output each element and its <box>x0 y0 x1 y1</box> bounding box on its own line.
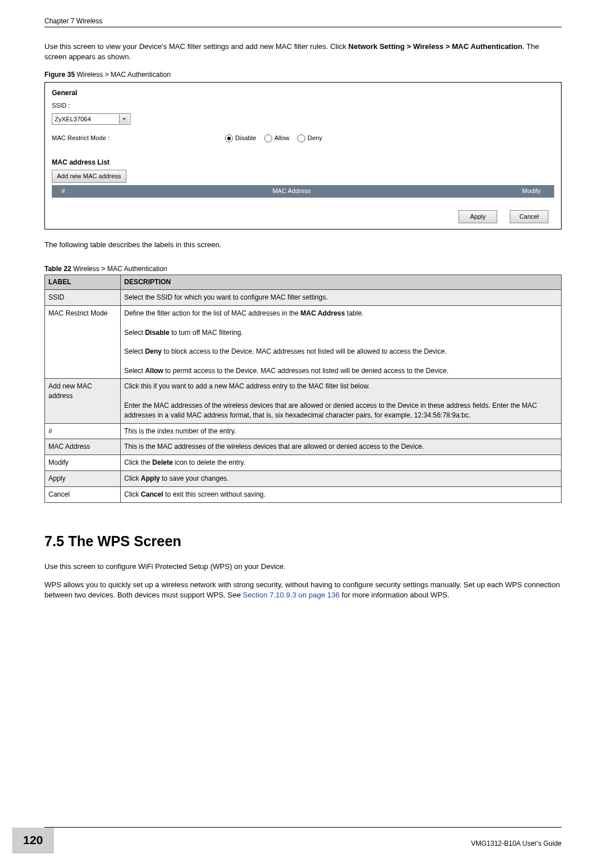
table-row: #This is the index number of the entry. <box>45 423 562 439</box>
chevron-down-icon <box>119 114 129 124</box>
ssid-value: ZyXEL37064 <box>55 115 91 124</box>
table-caption: Table 22 Wireless > MAC Authentication <box>44 264 562 274</box>
intro-paragraph: Use this screen to view your Device's MA… <box>44 42 562 62</box>
cell-label: SSID <box>45 290 121 306</box>
figure-title: Wireless > MAC Authentication <box>75 71 170 79</box>
mac-table-header: # MAC Address Modify <box>52 185 554 198</box>
body: Use this screen to view your Device's MA… <box>44 42 562 600</box>
th-label: LABEL <box>45 275 121 290</box>
intro-path: Network Setting > Wireless > MAC Authent… <box>349 42 523 51</box>
table-row: CancelClick Cancel to exit this screen w… <box>45 486 562 502</box>
cell-desc: Click Apply to save your changes. <box>121 471 562 487</box>
cell-label: Add new MAC address <box>45 379 121 423</box>
apply-button[interactable]: Apply <box>458 210 497 223</box>
figure-ssid-label: SSID : <box>52 101 554 110</box>
figure-screenshot: General SSID : ZyXEL37064 MAC Restrict M… <box>44 82 562 230</box>
cell-desc: This is the index number of the entry. <box>121 423 562 439</box>
mid-text: The following table describes the labels… <box>44 240 562 250</box>
section-link[interactable]: Section 7.10.9.3 on page 136 <box>243 591 339 599</box>
footer: 120 VMG1312-B10A User's Guide <box>0 827 606 853</box>
section-p2: WPS allows you to quickly set up a wirel… <box>44 580 562 600</box>
table-number: Table 22 <box>44 265 71 273</box>
th-desc: DESCRIPTION <box>121 275 562 290</box>
section-heading: 7.5 The WPS Screen <box>44 531 562 551</box>
radio-allow-label: Allow <box>275 134 289 142</box>
section-p2b: for more information about WPS. <box>339 591 449 599</box>
figure-general-label: General <box>52 88 554 98</box>
cell-label: MAC Restrict Mode <box>45 305 121 379</box>
cell-desc: This is the MAC addresses of the wireles… <box>121 439 562 455</box>
figure-caption: Figure 35 Wireless > MAC Authentication <box>44 70 562 80</box>
cell-label: Modify <box>45 455 121 471</box>
page-number: 120 <box>13 828 54 853</box>
radio-disable[interactable] <box>225 134 233 142</box>
table-row: MAC Restrict ModeDefine the filter actio… <box>45 305 562 379</box>
radio-allow[interactable] <box>264 134 272 142</box>
chapter-label: Chapter 7 Wireless <box>44 17 103 25</box>
col-modify: Modify <box>509 187 554 195</box>
figure-maclist-label: MAC address List <box>52 158 554 167</box>
ssid-select[interactable]: ZyXEL37064 <box>52 113 130 125</box>
col-num: # <box>52 187 75 195</box>
cell-desc: Click this if you want to add a new MAC … <box>121 379 562 423</box>
radio-disable-label: Disable <box>235 134 256 142</box>
table-row: ApplyClick Apply to save your changes. <box>45 471 562 487</box>
cell-label: Apply <box>45 471 121 487</box>
table-title: Wireless > MAC Authentication <box>71 265 167 273</box>
section-p1: Use this screen to configure WiFi Protec… <box>44 562 562 572</box>
table-row: Add new MAC addressClick this if you wan… <box>45 379 562 423</box>
cell-desc: Click Cancel to exit this screen without… <box>121 486 562 502</box>
cell-desc: Click the Delete icon to delete the entr… <box>121 455 562 471</box>
radio-deny-label: Deny <box>308 134 322 142</box>
cell-desc: Define the filter action for the list of… <box>121 305 562 379</box>
add-mac-button[interactable]: Add new MAC address <box>52 170 126 183</box>
radio-deny[interactable] <box>297 134 305 142</box>
table-row: MAC AddressThis is the MAC addresses of … <box>45 439 562 455</box>
description-table: LABEL DESCRIPTION SSIDSelect the SSID fo… <box>44 275 562 502</box>
cell-label: MAC Address <box>45 439 121 455</box>
table-row: ModifyClick the Delete icon to delete th… <box>45 455 562 471</box>
intro-text-a: Use this screen to view your Device's MA… <box>44 42 349 51</box>
cell-label: Cancel <box>45 486 121 502</box>
guide-title: VMG1312-B10A User's Guide <box>54 834 606 847</box>
cell-label: # <box>45 423 121 439</box>
table-row: SSIDSelect the SSID for which you want t… <box>45 290 562 306</box>
figure-restrict-label: MAC Restrict Mode : <box>52 134 217 142</box>
cell-desc: Select the SSID for which you want to co… <box>121 290 562 306</box>
col-mac: MAC Address <box>75 187 509 195</box>
cancel-button[interactable]: Cancel <box>510 210 548 223</box>
figure-number: Figure 35 <box>44 71 75 79</box>
